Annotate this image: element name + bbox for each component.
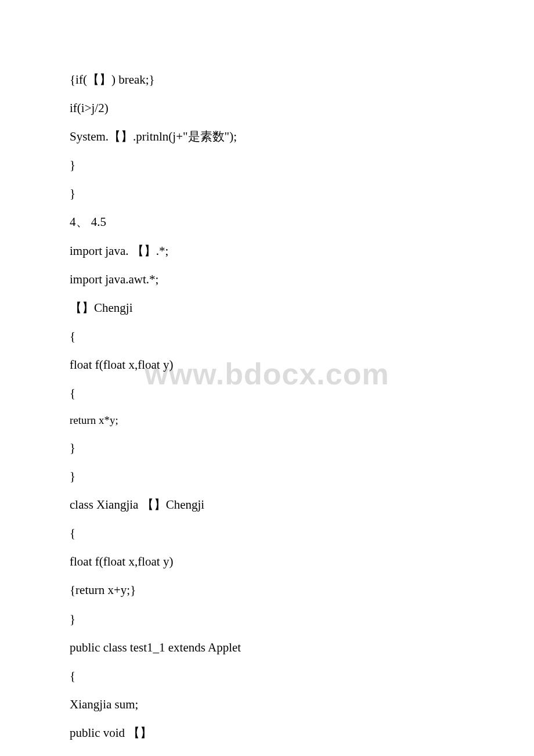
code-line: import java.awt.*;	[70, 267, 464, 292]
code-line: }	[70, 463, 464, 489]
code-line: {if(【】) break;}	[70, 67, 464, 92]
code-line: }	[70, 606, 464, 632]
code-line: class Xiangjia 【】Chengji	[70, 492, 464, 517]
code-line: {	[70, 380, 464, 406]
code-line: }	[70, 152, 464, 178]
code-line: import java. 【】.*;	[70, 238, 464, 264]
code-line: {	[70, 663, 464, 689]
code-line: System.【】.pritnln(j+"是素数");	[70, 124, 464, 149]
code-line: return x*y;	[70, 409, 464, 432]
code-line: 4、 4.5	[70, 209, 464, 235]
document-content: {if(【】) break;} if(i>j/2) System.【】.prit…	[70, 67, 464, 756]
code-line: float f(float x,float y)	[70, 352, 464, 377]
code-line: }	[70, 435, 464, 460]
code-line: if(i>j/2)	[70, 95, 464, 121]
code-line: }	[70, 181, 464, 206]
code-line: public class test1_1 extends Applet	[70, 635, 464, 660]
code-line: float f(float x,float y)	[70, 549, 464, 574]
code-line: 【】Chengji	[70, 295, 464, 321]
code-line: {sum=new Xiangjia( );}	[70, 748, 464, 756]
code-line: Xiangjia sum;	[70, 692, 464, 717]
code-line: {return x+y;}	[70, 577, 464, 603]
code-line: {	[70, 520, 464, 546]
code-line: {	[70, 323, 464, 349]
code-line: public void 【】	[70, 720, 464, 746]
